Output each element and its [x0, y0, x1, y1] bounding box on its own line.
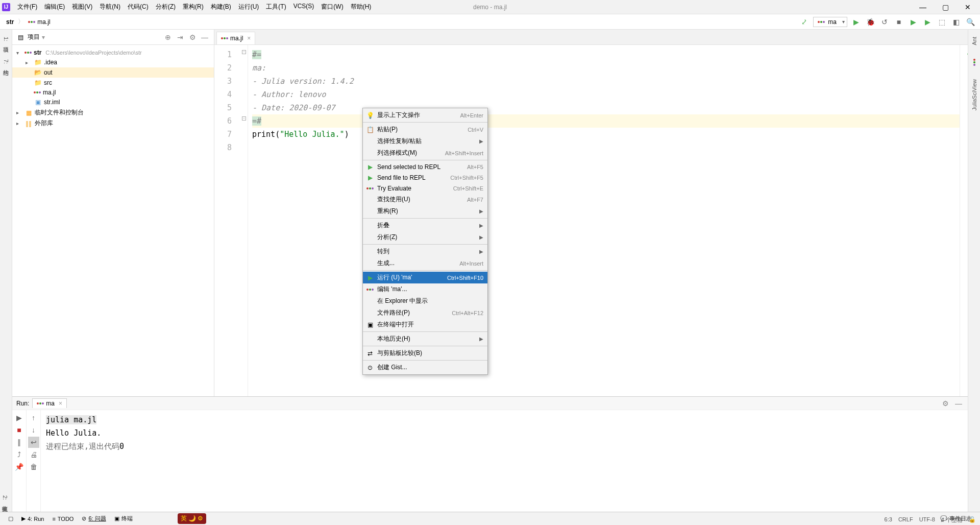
context-item[interactable]: ▶运行 (U) 'ma'Ctrl+Shift+F10	[363, 272, 487, 283]
context-item[interactable]: 💡显示上下文操作Alt+Enter	[363, 109, 487, 121]
context-label: 在终端中打开	[377, 320, 414, 329]
tab-project[interactable]: 1: 项目	[1, 34, 11, 46]
search-icon[interactable]: 🔍	[965, 16, 976, 28]
menu-code[interactable]: 代码(C)	[125, 1, 152, 13]
cursor-position[interactable]: 6:3	[885, 516, 892, 524]
indent[interactable]: 4 个空格	[941, 516, 963, 524]
tab-ant[interactable]: Ant	[970, 34, 978, 49]
menu-file[interactable]: 文件(F)	[14, 1, 40, 13]
menu-view[interactable]: 视图(V)	[69, 1, 95, 13]
menu-edit[interactable]: 编辑(E)	[41, 1, 68, 13]
soft-wrap-icon[interactable]: ↩	[28, 437, 39, 448]
tree-external-lib[interactable]: ▸‖‖ 外部库	[12, 118, 214, 129]
context-item[interactable]: 重构(R)▶	[363, 205, 487, 217]
context-item[interactable]: 折叠▶	[363, 220, 487, 231]
exit-icon[interactable]: ⤴	[14, 449, 25, 460]
context-item[interactable]: ⊙创建 Gist...	[363, 362, 487, 373]
context-item[interactable]: 编辑 'ma'...	[363, 283, 487, 295]
context-item[interactable]: 生成...Alt+Insert	[363, 257, 487, 269]
context-item[interactable]: ▶Send file to REPLCtrl+Shift+F5	[363, 172, 487, 183]
tree-out[interactable]: 📂 out	[12, 67, 214, 78]
tree-str-iml[interactable]: ▣ str.iml	[12, 97, 214, 107]
show-panels-icon[interactable]: ▢	[4, 514, 17, 523]
down-icon[interactable]: ↓	[28, 424, 39, 436]
breadcrumb-root[interactable]: str	[4, 17, 16, 27]
context-item[interactable]: ▶Send selected to REPLAlt+F5	[363, 161, 487, 172]
bottom-run[interactable]: ▶ 4: Run	[17, 514, 48, 523]
tab-favorites[interactable]: 2: 收藏夹	[0, 492, 10, 505]
collapse-icon[interactable]: ⇥	[175, 32, 185, 42]
context-item[interactable]: 本地历史(H)▶	[363, 333, 487, 345]
menu-refactor[interactable]: 重构(R)	[180, 1, 207, 13]
context-item[interactable]: 文件路径(P)Ctrl+Alt+F12	[363, 307, 487, 319]
close-run-tab[interactable]: ×	[59, 400, 62, 407]
tab-structure[interactable]: 7: 结构	[1, 56, 11, 68]
pin-icon[interactable]: 📌	[14, 461, 25, 472]
bottom-terminal[interactable]: ▣ 终端	[110, 513, 137, 524]
trash-icon[interactable]: 🗑	[28, 461, 39, 472]
fold-marker-close[interactable]: −	[242, 116, 246, 121]
run-anything-icon[interactable]: ▶	[908, 16, 919, 28]
menu-navigate[interactable]: 导航(N)	[96, 1, 124, 13]
close-button[interactable]: ✕	[958, 1, 978, 13]
menu-help[interactable]: 帮助(H)	[348, 1, 375, 13]
context-item[interactable]: ▣在终端中打开	[363, 319, 487, 330]
menu-build[interactable]: 构建(B)	[208, 1, 234, 13]
print-icon[interactable]: 🖨	[28, 449, 39, 460]
run-tab-ma[interactable]: ma ×	[32, 398, 67, 408]
breadcrumb-file[interactable]: ma.jl	[26, 17, 52, 27]
run-config-selector[interactable]: ma	[813, 17, 847, 27]
context-item[interactable]: 转到▶	[363, 246, 487, 257]
minimize-button[interactable]: —	[913, 1, 933, 13]
build-icon[interactable]: ⤦	[799, 16, 810, 28]
line-separator[interactable]: CRLF	[898, 516, 913, 524]
context-item[interactable]: ⇄与剪贴板比较(B)	[363, 347, 487, 359]
maximize-button[interactable]: ▢	[935, 1, 955, 13]
context-item[interactable]: 📋粘贴(P)Ctrl+V	[363, 124, 487, 135]
context-item[interactable]: 分析(Z)▶	[363, 231, 487, 243]
tree-idea[interactable]: ▸📁 .idea	[12, 57, 214, 67]
menu-vcs[interactable]: VCS(S)	[290, 1, 317, 13]
context-item[interactable]: 选择性复制/粘贴▶	[363, 135, 487, 147]
editor-tab-ma[interactable]: ma.jl ×	[216, 32, 255, 44]
run-panel-body: ▶ ■ ‖ ⤴ 📌 ↑ ↓ ↩ 🖨 🗑 julia ma.jl Hello Ju…	[12, 410, 968, 512]
locate-icon[interactable]: ⊕	[163, 32, 173, 42]
tree-src[interactable]: 📁 src	[12, 78, 214, 88]
run-test-icon[interactable]: ▶	[922, 16, 933, 28]
debug-icon[interactable]: 🐞	[865, 16, 876, 28]
menu-analyze[interactable]: 分析(Z)	[153, 1, 179, 13]
run-hide-icon[interactable]: —	[953, 398, 964, 409]
stop-icon[interactable]: ■	[893, 16, 904, 28]
context-item[interactable]: 在 Explorer 中显示	[363, 295, 487, 307]
run-button[interactable]: ▶	[850, 16, 862, 28]
settings-icon[interactable]: ⬚	[936, 16, 947, 28]
up-icon[interactable]: ↑	[28, 412, 39, 423]
context-item[interactable]: 列选择模式(M)Alt+Shift+Insert	[363, 147, 487, 159]
layout-icon[interactable]: ◧	[950, 16, 962, 28]
encoding[interactable]: UTF-8	[919, 516, 935, 524]
ime-badge[interactable]: 英 🌙 ⚙	[178, 513, 207, 524]
menu-tools[interactable]: 工具(T)	[263, 1, 289, 13]
context-item[interactable]: Try EvaluateCtrl+Shift+E	[363, 183, 487, 194]
hide-panel-icon[interactable]: —	[200, 32, 210, 42]
run-settings-icon[interactable]: ⚙	[940, 398, 950, 409]
gear-icon[interactable]: ⚙	[187, 32, 198, 42]
context-item[interactable]: 查找使用(U)Alt+F7	[363, 194, 487, 205]
tree-scratch[interactable]: ▸▦ 临时文件和控制台	[12, 107, 214, 118]
bottom-todo[interactable]: ≡ TODO	[48, 514, 78, 523]
menu-window[interactable]: 窗口(W)	[318, 1, 346, 13]
pause-icon[interactable]: ‖	[14, 437, 25, 448]
close-tab-icon[interactable]: ×	[247, 35, 251, 42]
stop-run-icon[interactable]: ■	[14, 424, 25, 436]
tree-root[interactable]: ▾ str C:\Users\lenovo\IdeaProjects\demo\…	[12, 48, 214, 57]
coverage-icon[interactable]: ↺	[879, 16, 890, 28]
rerun-icon[interactable]: ▶	[14, 412, 25, 423]
menu-run[interactable]: 运行(U)	[235, 1, 262, 13]
run-output[interactable]: julia ma.jl Hello Julia. 进程已结束,退出代码0	[41, 410, 968, 512]
bottom-problems[interactable]: ⊘ 6: 问题	[78, 513, 110, 524]
lock-icon[interactable]: 🔓	[969, 516, 976, 524]
tab-julia-sciview[interactable]: JuliaSciView	[970, 76, 978, 114]
tree-ma-jl[interactable]: ma.jl	[12, 88, 214, 97]
fold-marker-open[interactable]: −	[242, 50, 246, 54]
project-panel-title[interactable]: 项目 ▾	[28, 33, 45, 41]
